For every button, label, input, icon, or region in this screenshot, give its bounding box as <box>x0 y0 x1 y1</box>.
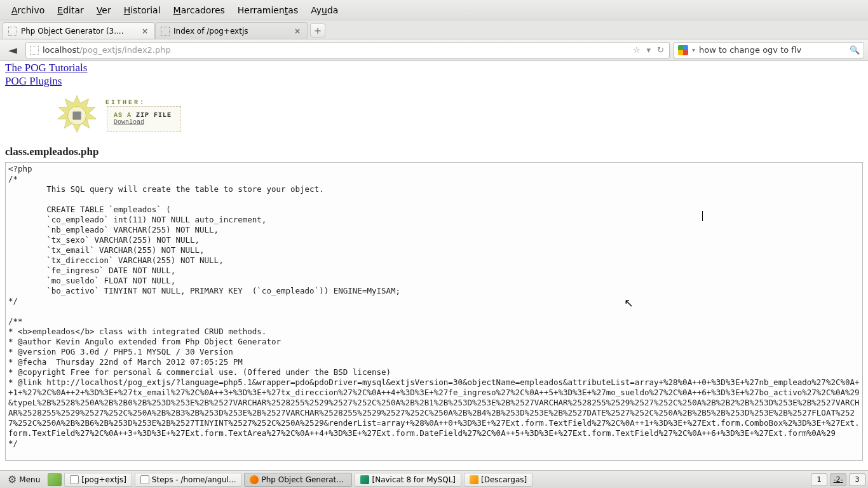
menu-ayuda[interactable]: Ayuda <box>304 3 344 18</box>
workspace-1[interactable]: 1 <box>811 473 827 486</box>
url-bar[interactable]: localhost/pog_extjs/index2.php ☆ ▾ ↻ <box>25 42 670 58</box>
downloads-icon <box>470 475 478 484</box>
menu-marcadores[interactable]: Marcadores <box>167 3 231 18</box>
tab-pog[interactable]: Php Object Generator (3.... × <box>3 22 155 39</box>
search-icon[interactable]: 🔍 <box>850 45 860 55</box>
menu-historial[interactable]: Historial <box>118 3 167 18</box>
tab-title: Php Object Generator (3.... <box>21 27 137 36</box>
link-plugins[interactable]: POG Plugins <box>5 74 863 88</box>
search-engine-dropdown-icon[interactable]: ▾ <box>692 46 695 53</box>
task-pog-extjs[interactable]: [pog+extjs] <box>64 473 132 487</box>
taskbar: ⚙ Menu [pog+extjs] Steps - /home/angul..… <box>0 470 868 488</box>
as-a-label: AS A <box>114 112 136 119</box>
text-editor-icon <box>140 475 149 484</box>
bookmark-star-icon[interactable]: ☆ <box>632 45 642 55</box>
back-button[interactable]: ◄ <box>4 42 22 58</box>
tab-title: Index of /pog+extjs <box>173 27 289 36</box>
task-label: [Navicat 8 for MySQL] <box>372 475 456 484</box>
download-box: EITHER: AS A ZIP FILE Download <box>5 95 863 137</box>
close-icon[interactable]: × <box>293 27 302 36</box>
svg-rect-2 <box>72 111 81 119</box>
menu-label: Menu <box>19 475 40 484</box>
favicon-icon <box>161 27 170 36</box>
either-label: EITHER: <box>105 99 181 106</box>
file-manager-icon <box>70 475 79 484</box>
task-navicat[interactable]: [Navicat 8 for MySQL] <box>355 473 461 487</box>
site-identity-icon[interactable] <box>30 46 39 55</box>
new-tab-button[interactable]: + <box>310 24 325 37</box>
download-link[interactable]: Download <box>114 119 144 126</box>
task-label: Steps - /home/angul... <box>152 475 236 484</box>
gear-badge-icon <box>56 95 98 137</box>
task-label: Php Object Generato... <box>261 475 346 484</box>
history-dropdown-icon[interactable]: ▾ <box>646 45 653 55</box>
navicat-icon <box>360 475 369 484</box>
mouse-pointer-icon: ↖ <box>624 296 634 309</box>
google-icon[interactable] <box>678 45 688 55</box>
firefox-icon <box>250 475 259 484</box>
text-cursor-icon <box>702 211 703 221</box>
menu-ver[interactable]: Ver <box>90 3 118 18</box>
class-file-title: class.empleados.php <box>5 146 863 158</box>
favicon-icon <box>8 27 17 36</box>
zip-file-label: ZIP FILE <box>136 112 172 119</box>
task-label: [pog+extjs] <box>81 475 126 484</box>
task-php-object-generator[interactable]: Php Object Generato... <box>244 473 352 487</box>
search-text: how to change ogv to flv <box>699 45 846 55</box>
link-tutorials[interactable]: The POG Tutorials <box>5 61 863 74</box>
task-label: [Descargas] <box>481 475 527 484</box>
start-menu-button[interactable]: ⚙ Menu <box>3 472 45 487</box>
url-text: localhost/pog_extjs/index2.php <box>43 45 628 55</box>
gear-icon: ⚙ <box>8 473 17 485</box>
reload-icon[interactable]: ↻ <box>656 45 665 55</box>
menubar: Archivo Editar Ver Historial Marcadores … <box>0 0 868 20</box>
page-content: The POG Tutorials POG Plugins EITHER: AS… <box>0 61 868 470</box>
show-desktop-button[interactable] <box>48 473 62 486</box>
task-steps[interactable]: Steps - /home/angul... <box>135 473 242 487</box>
task-descargas[interactable]: [Descargas] <box>464 473 532 487</box>
navbar: ◄ localhost/pog_extjs/index2.php ☆ ▾ ↻ ▾… <box>0 39 868 61</box>
search-bar[interactable]: ▾ how to change ogv to flv 🔍 <box>674 42 864 58</box>
workspace-3[interactable]: 3 <box>849 473 865 486</box>
code-textarea[interactable]: <?php /* This SQL query will create the … <box>5 162 863 461</box>
tabbar: Php Object Generator (3.... × Index of /… <box>0 20 868 39</box>
menu-archivo[interactable]: Archivo <box>5 3 51 18</box>
menu-herramientas[interactable]: Herramientas <box>231 3 304 18</box>
tab-index[interactable]: Index of /pog+extjs × <box>155 22 308 39</box>
zip-download-box: AS A ZIP FILE Download <box>107 106 181 132</box>
menu-editar[interactable]: Editar <box>51 3 90 18</box>
top-links: The POG Tutorials POG Plugins <box>5 61 863 88</box>
close-icon[interactable]: × <box>140 27 149 36</box>
workspace-2[interactable]: -2- <box>830 473 846 486</box>
